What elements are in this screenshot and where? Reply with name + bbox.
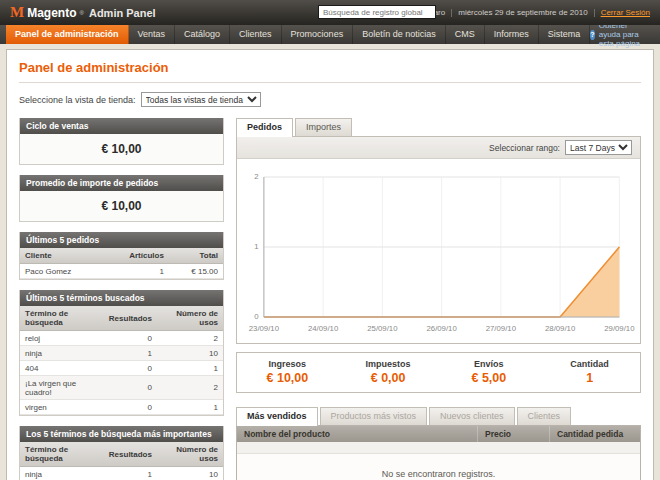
average-orders-title: Promedio de importe de pedidos: [20, 175, 223, 191]
total-value: € 10,00: [237, 371, 338, 385]
table-cell: 2: [157, 376, 223, 400]
table-row: reloj02: [20, 331, 223, 346]
nav-item-informes[interactable]: Informes: [485, 25, 539, 44]
grid-column-price: Precio: [478, 426, 550, 442]
table-cell: 0: [104, 331, 157, 346]
total-label: Impuestos: [338, 359, 439, 369]
last-search-terms-box: Últimos 5 términos buscados Término de b…: [19, 290, 224, 416]
store-view-select[interactable]: Todas las vistas de tienda: [141, 92, 261, 107]
grid-column-product: Nombre del producto: [237, 426, 478, 442]
store-view-switcher: Seleccione la vista de tienda: Todas las…: [19, 92, 641, 107]
nav-item-dashboard[interactable]: Panel de administración: [6, 25, 129, 44]
svg-text:24/09/10: 24/09/10: [308, 324, 338, 333]
magento-logo-icon: M: [10, 5, 24, 20]
tab-pedidos[interactable]: Pedidos: [236, 118, 293, 137]
nav-item-promociones[interactable]: Promociones: [282, 25, 354, 44]
table-cell: virgen: [20, 400, 104, 415]
table-cell: ¡La virgen que cuadro!: [20, 376, 104, 400]
table-cell: reloj: [20, 331, 104, 346]
totals-row: Ingresos € 10,00 Impuestos € 0,00 Envíos…: [236, 352, 641, 393]
nav-item-boletin[interactable]: Boletín de noticias: [353, 25, 446, 44]
logo-text: Magento: [27, 6, 76, 20]
dashboard-left-column: Ciclo de ventas € 10,00 Promedio de impo…: [19, 118, 224, 480]
total-revenue: Ingresos € 10,00: [237, 359, 338, 385]
table-row: ¡La virgen que cuadro!02: [20, 376, 223, 400]
top-search-terms-box: Los 5 términos de búsqueda más important…: [19, 426, 224, 480]
grid-header: Nombre del producto Precio Cantidad pedi…: [237, 426, 640, 442]
logo-subtitle: Admin Panel: [89, 7, 156, 19]
table-cell: 1: [104, 346, 157, 361]
total-label: Ingresos: [237, 359, 338, 369]
table-cell: ninja: [20, 346, 104, 361]
lifetime-sales-box: Ciclo de ventas € 10,00: [19, 118, 224, 165]
top-header: M Magento ® Admin Panel Accedió como apa…: [0, 0, 660, 25]
column-header-articulos: Artículos: [103, 248, 169, 264]
svg-text:29/09/10: 29/09/10: [604, 324, 634, 333]
total-label: Envíos: [439, 359, 540, 369]
table-cell: € 15.00: [169, 264, 223, 279]
grid-empty-row: [237, 442, 640, 454]
total-value: € 0,00: [338, 371, 439, 385]
svg-text:23/09/10: 23/09/10: [249, 324, 279, 333]
column-header-usos: Número de usos: [157, 442, 223, 467]
svg-text:26/09/10: 26/09/10: [426, 324, 456, 333]
svg-text:27/09/10: 27/09/10: [486, 324, 516, 333]
table-row: ninja110: [20, 346, 223, 361]
logout-link[interactable]: Cerrar Sesión: [601, 8, 650, 17]
table-row: Paco Gomez1€ 15.00: [20, 264, 223, 279]
range-label: Seleccionar rango:: [489, 143, 560, 153]
nav-item-sistema[interactable]: Sistema: [539, 25, 591, 44]
last-orders-box: Últimos 5 pedidos Cliente Artículos Tota…: [19, 232, 224, 280]
table-cell: Paco Gomez: [20, 264, 103, 279]
tab-importes[interactable]: Importes: [295, 118, 352, 136]
last-search-terms-title: Últimos 5 términos buscados: [20, 290, 223, 306]
grid-empty-message: No se encontraron registros.: [237, 454, 640, 480]
tab-mas-vendidos[interactable]: Más vendidos: [236, 407, 318, 426]
table-cell: 10: [157, 467, 223, 480]
help-icon: ?: [590, 30, 594, 40]
last-search-terms-table: Término de búsqueda Resultados Número de…: [20, 306, 223, 415]
total-label: Cantidad: [539, 359, 640, 369]
last-orders-title: Últimos 5 pedidos: [20, 232, 223, 248]
range-select[interactable]: Last 7 Days: [565, 140, 632, 155]
tab-productos-mas-vistos[interactable]: Productos más vistos: [320, 407, 428, 425]
help-link-label: Obtener ayuda para esta página: [599, 21, 650, 48]
table-cell: 0: [104, 376, 157, 400]
column-header-termino: Término de búsqueda: [20, 306, 104, 331]
bestsellers-grid: Nombre del producto Precio Cantidad pedi…: [236, 425, 641, 480]
tab-nuevos-clientes[interactable]: Nuevos clientes: [429, 407, 515, 425]
svg-text:2: 2: [254, 173, 258, 182]
table-cell: ninja: [20, 467, 104, 480]
header-date: miércoles 29 de septiembre de 2010: [458, 8, 587, 17]
header-separator: [451, 9, 452, 17]
nav-item-cms[interactable]: CMS: [446, 25, 485, 44]
orders-chart: 01223/09/1024/09/1025/09/1026/09/1027/09…: [241, 165, 636, 343]
svg-text:1: 1: [254, 243, 258, 252]
header-separator: [594, 9, 595, 17]
help-link[interactable]: ? Obtener ayuda para esta página: [590, 25, 660, 44]
svg-text:25/09/10: 25/09/10: [367, 324, 397, 333]
main-nav: Panel de administración Ventas Catálogo …: [0, 25, 660, 44]
chart-area: 01223/09/1024/09/1025/09/1026/09/1027/09…: [237, 159, 640, 343]
last-orders-table: Cliente Artículos Total Paco Gomez1€ 15.…: [20, 248, 223, 279]
column-header-resultados: Resultados: [104, 442, 157, 467]
table-cell: 0: [104, 361, 157, 376]
nav-item-clientes[interactable]: Clientes: [230, 25, 282, 44]
tab-clientes[interactable]: Clientes: [517, 407, 572, 425]
nav-item-catalogo[interactable]: Catálogo: [175, 25, 230, 44]
title-divider: [19, 82, 641, 83]
nav-item-ventas[interactable]: Ventas: [129, 25, 176, 44]
table-cell: 1: [104, 467, 157, 480]
table-cell: 404: [20, 361, 104, 376]
global-search-input[interactable]: [318, 5, 436, 19]
svg-text:0: 0: [254, 313, 258, 322]
table-row: 40401: [20, 361, 223, 376]
range-bar: Seleccionar rango: Last 7 Days: [237, 137, 640, 159]
grid-column-qty: Cantidad pedida: [550, 426, 640, 442]
total-shipping: Envíos € 5,00: [439, 359, 540, 385]
table-row: virgen01: [20, 400, 223, 415]
average-orders-value: € 10,00: [20, 191, 223, 221]
content-panel: Panel de administración Seleccione la vi…: [6, 49, 654, 480]
total-value: € 5,00: [439, 371, 540, 385]
registered-mark-icon: ®: [80, 10, 84, 16]
